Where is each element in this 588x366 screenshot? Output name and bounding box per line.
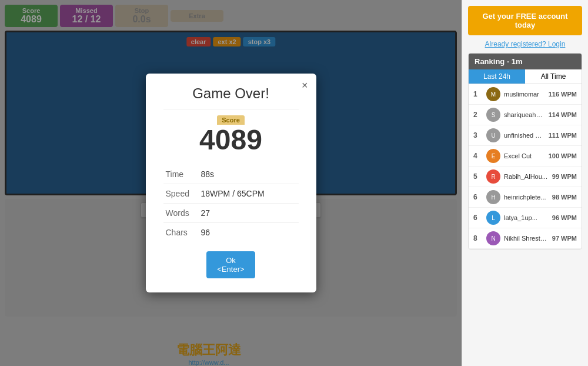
avatar: E [486, 149, 500, 163]
main-container: Score 4089 Missed 12 / 12 Stop 0.0s Extr… [0, 0, 588, 366]
rank-wpm: 99 WPM [552, 173, 577, 180]
avatar: M [486, 87, 500, 101]
avatar: U [486, 128, 500, 142]
rank-number: 2 [473, 111, 483, 119]
ranking-tabs: Last 24h All Time [469, 69, 582, 84]
ranking-item: 1Mmuslimomar116 WPM [469, 84, 582, 105]
rank-number: 8 [473, 234, 483, 242]
ranking-item: 2Sshariqueahm...114 WPM [469, 105, 582, 125]
avatar: H [486, 190, 500, 204]
ranking-item: 6Llatya_1up...96 WPM [469, 208, 582, 228]
rank-number: 4 [473, 152, 483, 160]
tab-alltime[interactable]: All Time [525, 69, 582, 84]
rank-name: muslimomar [504, 91, 545, 98]
rank-number: 3 [473, 131, 483, 139]
stat-value: 88s [199, 165, 299, 184]
game-over-modal: × Game Over! Score 4089 Time88sSpeed18WP… [146, 74, 316, 293]
game-over-overlay: × Game Over! Score 4089 Time88sSpeed18WP… [0, 0, 462, 366]
cta-button[interactable]: Get your FREE account today [468, 6, 582, 35]
login-link[interactable]: Already registered? Login [468, 40, 582, 48]
rank-wpm: 111 WPM [549, 132, 577, 139]
stat-label: Chars [163, 223, 199, 242]
avatar: R [486, 169, 500, 184]
rank-wpm: 116 WPM [549, 91, 577, 98]
rank-name: latya_1up... [504, 214, 549, 221]
score-badge-label: Score [217, 115, 245, 125]
ranking-item: 6Hheinrichplete...98 WPM [469, 187, 582, 208]
rank-wpm: 100 WPM [549, 152, 577, 159]
rank-name: shariqueahm... [504, 111, 545, 118]
modal-divider-top [163, 109, 299, 109]
rank-name: Excel Cut [504, 152, 545, 159]
avatar: N [486, 231, 500, 245]
rank-wpm: 96 WPM [552, 214, 577, 221]
rank-name: heinrichplete... [504, 194, 549, 201]
stat-label: Time [163, 165, 199, 184]
rank-number: 6 [473, 214, 483, 222]
modal-stat-row: Speed18WPM / 65CPM [163, 184, 299, 204]
rank-number: 1 [473, 90, 483, 98]
rank-name: Rabih_AlHou... [504, 173, 549, 180]
ranking-header: Ranking - 1m [469, 54, 582, 69]
score-badge: Score 4089 [163, 114, 299, 156]
tab-last24h[interactable]: Last 24h [469, 69, 525, 84]
ranking-item: 4EExcel Cut100 WPM [469, 146, 582, 167]
rank-wpm: 114 WPM [549, 111, 577, 118]
stat-value: 27 [199, 204, 299, 223]
avatar: S [486, 108, 500, 122]
modal-close-button[interactable]: × [302, 79, 308, 92]
modal-stat-row: Time88s [163, 165, 299, 184]
modal-ok-button[interactable]: Ok<Enter> [206, 251, 255, 278]
rank-number: 6 [473, 193, 483, 201]
ranking-item: 8NNikhil Shresth...97 WPM [469, 228, 582, 249]
stat-label: Speed [163, 184, 199, 204]
rank-wpm: 98 WPM [552, 194, 577, 201]
ranking-item: 3Uunfinished se...111 WPM [469, 125, 582, 146]
avatar: L [486, 211, 500, 225]
sidebar: Get your FREE account today Already regi… [462, 0, 588, 366]
game-area: Score 4089 Missed 12 / 12 Stop 0.0s Extr… [0, 0, 462, 366]
ranking-item: 5RRabih_AlHou...99 WPM [469, 167, 582, 187]
ranking-list: 1Mmuslimomar116 WPM2Sshariqueahm...114 W… [469, 84, 582, 249]
modal-stat-row: Chars96 [163, 223, 299, 242]
modal-title: Game Over! [163, 85, 299, 102]
modal-stat-row: Words27 [163, 204, 299, 223]
rank-name: Nikhil Shresth... [504, 235, 549, 242]
rank-name: unfinished se... [504, 132, 545, 139]
rank-wpm: 97 WPM [552, 235, 577, 242]
stat-label: Words [163, 204, 199, 223]
stat-value: 18WPM / 65CPM [199, 184, 299, 204]
modal-stats-table: Time88sSpeed18WPM / 65CPMWords27Chars96 [163, 165, 299, 242]
ranking-section: Ranking - 1m Last 24h All Time 1Mmuslimo… [468, 53, 582, 249]
rank-number: 5 [473, 172, 483, 181]
score-badge-value: 4089 [163, 125, 299, 156]
stat-value: 96 [199, 223, 299, 242]
